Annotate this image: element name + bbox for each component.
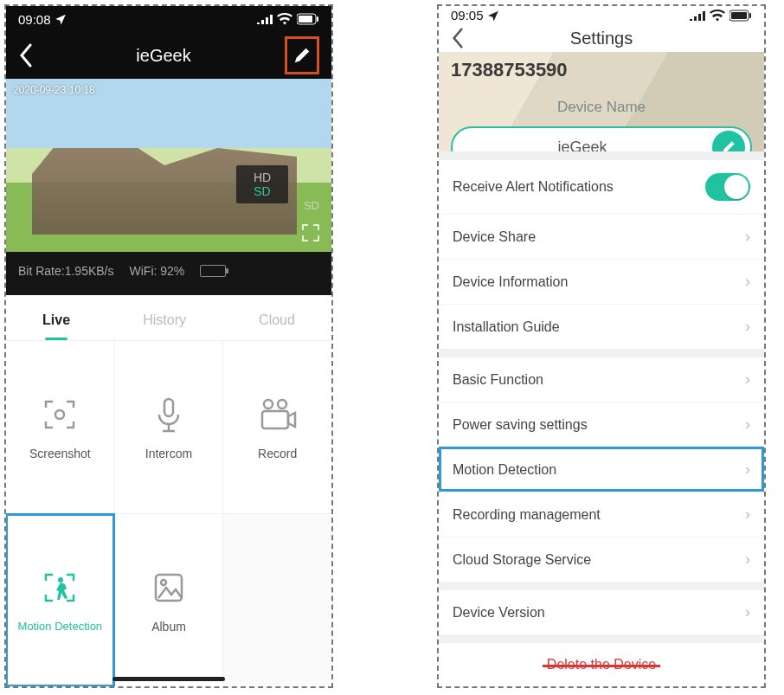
device-id: 17388753590 [451,59,752,81]
video-info-bar: Bit Rate:1.95KB/s WiFi: 92% [6,252,331,295]
row-basic[interactable]: Basic Function › [439,357,764,402]
fullscreen-button[interactable] [300,222,321,243]
chevron-right-icon: › [745,415,750,434]
microphone-icon [149,395,189,434]
svg-point-6 [278,400,286,409]
svg-point-3 [55,410,64,419]
row-power[interactable]: Power saving settings › [439,402,764,447]
svg-rect-4 [164,399,173,416]
pencil-icon [721,139,736,151]
svg-point-10 [161,580,166,585]
screenshot-icon [40,395,80,434]
motion-icon [40,568,80,608]
device-panel: 17388753590 Device Name ieGeek [439,52,764,151]
status-icons [257,13,319,25]
alerts-toggle[interactable] [705,173,750,201]
row-install-label: Installation Guide [453,319,560,335]
row-share-label: Device Share [453,229,536,245]
battery-icon [297,13,319,25]
row-install[interactable]: Installation Guide › [439,304,764,349]
empty-cell [223,514,331,686]
row-power-label: Power saving settings [453,417,588,433]
status-bar: 09:05 [439,6,764,24]
row-version[interactable]: Device Version › [439,590,764,634]
tab-history[interactable]: History [138,309,191,331]
row-info[interactable]: Device Information › [439,259,764,304]
tabs: Live History Cloud [6,295,331,341]
motion-detection-button[interactable]: Motion Detection [5,513,115,687]
svg-rect-7 [262,411,288,428]
tab-live[interactable]: Live [37,309,75,331]
edit-name-button[interactable] [712,131,745,151]
chevron-right-icon: › [745,273,750,291]
motion-label: Motion Detection [18,620,103,633]
tab-cloud[interactable]: Cloud [254,309,300,331]
page-title: ieGeek [42,46,285,66]
chevron-right-icon: › [745,460,750,479]
intercom-button[interactable]: Intercom [115,341,223,513]
device-name-label: Device Name [451,99,752,116]
svg-point-5 [264,400,273,409]
phone-live-view: 09:08 ieGeek 2020-09-23 10:18 HD SD [4,4,333,688]
row-info-label: Device Information [453,274,568,290]
signal-icon [257,14,273,24]
album-label: Album [151,620,186,634]
wifi-icon [710,10,725,22]
battery-icon [729,10,752,22]
row-motion[interactable]: Motion Detection › [439,447,764,492]
camera-feed[interactable]: 2020-09-23 10:18 HD SD SD [6,79,331,252]
status-icons [690,10,752,22]
status-time: 09:05 [451,8,484,23]
svg-rect-1 [299,16,312,23]
row-alerts[interactable]: Receive Alert Notifications [439,160,764,214]
status-bar: 09:08 [6,6,331,32]
signal-icon [690,10,705,21]
delete-label: Delete the Device [547,657,656,672]
bitrate-label: Bit Rate:1.95KB/s [18,264,114,278]
row-recording-label: Recording management [453,507,601,523]
quality-hd[interactable]: HD [254,171,271,184]
row-cloud-label: Cloud Storage Service [453,552,591,568]
back-button[interactable] [451,28,472,48]
chevron-right-icon: › [745,550,750,569]
quality-sd[interactable]: SD [254,184,270,198]
chevron-right-icon: › [745,505,750,524]
phone-settings: 09:05 Settings 17388753590 Device Name i… [437,4,766,688]
wifi-label: WiFi: 92% [130,264,185,278]
chevron-right-icon: › [745,370,750,389]
chevron-right-icon: › [745,228,750,246]
svg-rect-12 [731,12,747,19]
row-alerts-label: Receive Alert Notifications [453,179,614,195]
location-icon [55,13,67,25]
svg-point-8 [58,577,63,582]
location-icon [487,10,499,22]
intercom-label: Intercom [145,447,192,460]
svg-rect-2 [317,16,318,22]
wifi-icon [277,13,292,25]
edit-button[interactable] [285,36,319,74]
device-name-value: ieGeek [453,138,712,151]
back-button[interactable] [18,43,42,68]
record-label: Record [258,447,297,460]
row-motion-label: Motion Detection [453,462,556,478]
status-time: 09:08 [18,12,51,27]
row-cloud[interactable]: Cloud Storage Service › [439,537,764,582]
row-share[interactable]: Device Share › [439,214,764,259]
record-button[interactable]: Record [223,341,331,513]
quality-selector[interactable]: HD SD [236,165,288,203]
delete-device-button[interactable]: Delete the Device [439,643,764,686]
pencil-icon [292,46,312,65]
home-indicator[interactable] [112,677,225,681]
page-title: Settings [472,29,731,48]
quality-sd-label: SD [304,199,319,212]
fullscreen-icon [300,222,321,243]
row-basic-label: Basic Function [453,372,543,388]
album-button[interactable]: Album [115,514,223,686]
row-recording[interactable]: Recording management › [439,492,764,537]
chevron-right-icon: › [745,318,750,336]
screenshot-label: Screenshot [29,447,91,460]
battery-indicator-icon [200,265,226,277]
device-name-input[interactable]: ieGeek [451,126,752,151]
record-icon [258,395,298,434]
screenshot-button[interactable]: Screenshot [6,341,114,513]
